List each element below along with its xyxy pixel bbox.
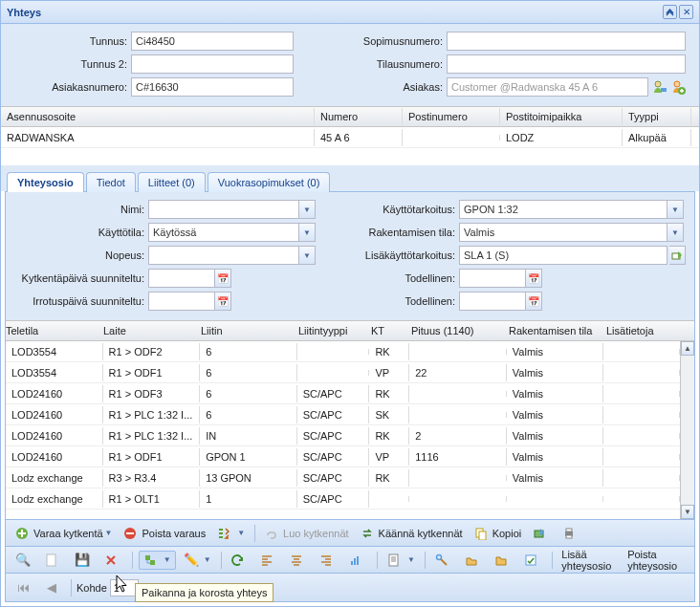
- connection-row[interactable]: LOD3554R1 > ODF16VP22Valmis: [6, 362, 680, 383]
- tab-liitteet[interactable]: Liitteet (0): [138, 172, 206, 192]
- tool1-button[interactable]: [431, 551, 457, 570]
- nopeus-input[interactable]: [148, 246, 299, 265]
- connection-row[interactable]: LOD24160R1 > PLC 1:32 I...INSC/APCRK2Val…: [6, 425, 680, 446]
- varaa-kytkenta-button[interactable]: Varaa kytkentä ▼: [11, 524, 116, 543]
- raktila-input[interactable]: [459, 223, 667, 242]
- tool3-button[interactable]: [491, 551, 516, 570]
- kopioi-button[interactable]: Kopioi: [470, 524, 526, 543]
- export-icon: [533, 526, 548, 541]
- edit-button[interactable]: ✏️▼: [180, 551, 215, 570]
- tunnus2-input[interactable]: [131, 54, 294, 74]
- nimi-input[interactable]: [148, 200, 299, 219]
- grid-scrollbar[interactable]: ▲ ▼: [680, 341, 694, 519]
- connection-row[interactable]: LOD24160R1 > PLC 1:32 I...6SC/APCSKValmi…: [6, 404, 680, 425]
- connection-cell: [603, 496, 680, 502]
- connection-cell: [297, 370, 370, 376]
- customer-pick-icon[interactable]: [650, 78, 667, 96]
- prev-page-button[interactable]: ◀: [40, 578, 66, 597]
- connection-cell: LOD24160: [6, 385, 103, 402]
- collapse-button[interactable]: [663, 5, 677, 19]
- kaanna-kytkennat-button[interactable]: Käännä kytkennät: [357, 524, 467, 543]
- sopimus-input[interactable]: [447, 32, 686, 51]
- g2-hdr-teletila[interactable]: Teletila: [6, 325, 103, 336]
- tunnus-input[interactable]: [131, 32, 294, 51]
- tilaus-input[interactable]: [447, 54, 686, 74]
- kaytto-input[interactable]: [459, 200, 667, 219]
- addr-hdr-asennusosoite[interactable]: Asennusosoite: [1, 108, 315, 125]
- scroll-down-icon[interactable]: ▼: [681, 505, 694, 519]
- asiakas-input[interactable]: [447, 77, 648, 97]
- poista-varaus-button[interactable]: Poista varaus: [120, 524, 209, 543]
- tab-vuokrasopimukset[interactable]: Vuokrasopimukset (0): [208, 172, 331, 192]
- kopioi-label: Kopioi: [492, 528, 522, 539]
- lisak-action-icon[interactable]: [669, 246, 686, 265]
- addr-hdr-tyyppi[interactable]: Tyyppi: [623, 108, 691, 125]
- connection-row[interactable]: LOD3554R1 > ODF26RKValmis: [6, 341, 680, 362]
- nimi-dropdown[interactable]: ▼: [299, 200, 316, 219]
- asiakasnro-input[interactable]: [131, 77, 294, 97]
- chart-button[interactable]: [345, 551, 371, 570]
- tod2-input[interactable]: [459, 292, 526, 311]
- address-cell: RADWANSKA: [1, 129, 315, 146]
- locate-highlight-button[interactable]: ▼: [139, 551, 176, 570]
- tod1-datepicker[interactable]: 📅: [526, 269, 542, 288]
- connection-cell: [409, 475, 507, 481]
- luo-kytkennat-button[interactable]: Luo kytkennät: [261, 524, 353, 543]
- search-button[interactable]: 🔍: [11, 551, 37, 570]
- align-right-button[interactable]: [316, 551, 341, 570]
- align-left-button[interactable]: [256, 551, 282, 570]
- link-icon: [265, 526, 280, 541]
- nopeus-dropdown[interactable]: ▼: [299, 246, 316, 265]
- arrange-button[interactable]: ▼: [213, 524, 249, 543]
- connection-row[interactable]: Lodz exchangeR1 > OLT11SC/APC: [6, 488, 680, 509]
- irro-input[interactable]: [148, 292, 215, 311]
- doc-menu-button[interactable]: ▼: [383, 551, 419, 570]
- g2-hdr-liitintyyppi[interactable]: Liitintyyppi: [298, 325, 371, 336]
- g2-hdr-liitin[interactable]: Liitin: [201, 325, 298, 336]
- irro-datepicker[interactable]: 📅: [215, 292, 231, 311]
- lisaa-label: Lisää yhteysosio: [561, 549, 616, 572]
- kayttotila-dropdown[interactable]: ▼: [299, 223, 316, 242]
- tod2-datepicker[interactable]: 📅: [526, 292, 542, 311]
- g2-hdr-raktila[interactable]: Rakentamisen tila: [509, 325, 606, 336]
- addr-hdr-postitoimipaikka[interactable]: Postitoimipaikka: [500, 108, 623, 125]
- new-button[interactable]: [41, 551, 67, 570]
- g2-hdr-pituus[interactable]: Pituus (1140): [411, 325, 509, 336]
- connection-row[interactable]: LOD24160R1 > ODF36SC/APCRKValmis: [6, 383, 680, 404]
- lisaa-yhteysosio-button[interactable]: Lisää yhteysosio: [558, 551, 620, 570]
- address-cell: Alkupää: [623, 129, 691, 146]
- tab-tiedot[interactable]: Tiedot: [86, 172, 136, 192]
- connection-cell: Valmis: [507, 448, 604, 466]
- delete-button[interactable]: [100, 551, 126, 570]
- save-button[interactable]: 💾: [71, 551, 97, 570]
- tod1-input[interactable]: [459, 269, 526, 288]
- export-button[interactable]: [529, 524, 555, 543]
- address-row[interactable]: RADWANSKA 45 A 6 LODZ Alkupää: [1, 127, 699, 148]
- addr-hdr-numero[interactable]: Numero: [315, 108, 403, 125]
- connection-row[interactable]: LOD24160R1 > ODF1GPON 1SC/APCVP1116Valmi…: [6, 446, 680, 467]
- customer-add-icon[interactable]: [669, 78, 687, 96]
- connection-row[interactable]: Lodz exchangeR3 > R3.413 GPONSC/APCRKVal…: [6, 467, 680, 488]
- poista-yhteysosio-button[interactable]: Poista yhteysosio: [623, 551, 689, 570]
- align-center-button[interactable]: [286, 551, 312, 570]
- refresh-button[interactable]: [227, 551, 252, 570]
- print-button[interactable]: [558, 524, 584, 543]
- raktila-dropdown[interactable]: ▼: [667, 223, 684, 242]
- connection-cell: [603, 412, 680, 418]
- kayttotila-input[interactable]: [148, 223, 299, 242]
- close-button[interactable]: ✕: [679, 5, 693, 19]
- lisak-input[interactable]: [459, 246, 667, 265]
- tool4-button[interactable]: [520, 551, 546, 570]
- connection-cell: Valmis: [507, 406, 604, 423]
- first-page-button[interactable]: ⏮: [11, 578, 37, 597]
- g2-hdr-lisat[interactable]: Lisätietoja: [606, 325, 683, 336]
- tab-yhteysosio[interactable]: Yhteysosio: [7, 172, 84, 192]
- scroll-up-icon[interactable]: ▲: [681, 341, 694, 356]
- kytk-datepicker[interactable]: 📅: [215, 269, 231, 288]
- tool2-button[interactable]: [461, 551, 487, 570]
- kytk-input[interactable]: [148, 269, 215, 288]
- kaytto-dropdown[interactable]: ▼: [667, 200, 684, 219]
- g2-hdr-laite[interactable]: Laite: [103, 325, 201, 336]
- g2-hdr-kt[interactable]: KT: [371, 325, 411, 336]
- addr-hdr-postinumero[interactable]: Postinumero: [403, 108, 500, 125]
